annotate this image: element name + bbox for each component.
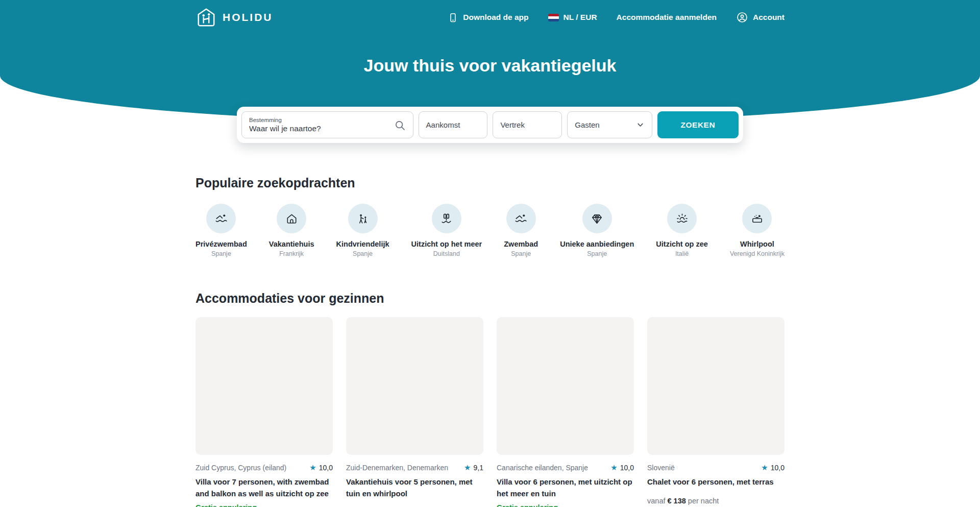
popular-item-sublabel: Spanje [211,250,231,257]
property-location: Zuid-Denemarken, Denemarken [346,464,448,472]
swimmer-icon [206,204,236,233]
account-label: Account [753,13,785,22]
popular-item-privezwembad[interactable]: Privézwembad Spanje [195,204,247,257]
netherlands-flag-icon [548,14,559,21]
location-row: Slovenië ★ 10,0 [647,463,785,472]
popular-item-sublabel: Italië [675,250,689,257]
popular-item-label: Zwembad [504,240,538,248]
popular-item-kindvriendelijk[interactable]: Kindvriendelijk Spanje [336,204,389,257]
list-property-label: Accommodatie aanmelden [617,13,717,22]
popular-item-label: Uitzicht op zee [656,240,708,248]
price-value: € 138 [668,497,686,505]
rating-badge: ★ 10,0 [761,463,785,472]
popular-item-sublabel: Duitsland [433,250,460,257]
popular-item-uitzicht-op-zee[interactable]: Uitzicht op zee Italië [656,204,708,257]
popular-item-vakantiehuis[interactable]: Vakantiehuis Frankrijk [269,204,314,257]
popular-searches-row: Privézwembad Spanje Vakantiehuis Frankri… [195,204,785,257]
property-photo-placeholder[interactable] [346,317,483,455]
star-icon: ★ [761,463,768,472]
property-location: Canarische eilanden, Spanje [497,464,588,472]
destination-field[interactable]: Bestemming [241,111,413,138]
header-nav: Download de app NL / EUR Accommodatie aa… [448,11,785,23]
popular-item-sublabel: Verenigd Koninkrijk [730,250,785,257]
diamond-icon [582,204,612,233]
account-button[interactable]: Account [736,11,785,23]
child-friendly-icon [348,204,378,233]
guests-selector[interactable]: Gasten [567,111,652,138]
destination-label: Bestemming [249,117,282,123]
page-title: Jouw thuis voor vakantiegeluk [0,56,980,76]
checkin-field[interactable]: Aankomst [419,111,488,138]
price-suffix: per nacht [688,497,719,505]
star-icon: ★ [464,463,471,472]
rating-badge: ★ 10,0 [309,463,333,472]
user-account-icon [736,11,748,23]
property-card[interactable]: Zuid Cyprus, Cyprus (eiland) ★ 10,0 Vill… [195,317,333,507]
family-section-title: Accommodaties voor gezinnen [195,291,785,306]
popular-item-label: Kindvriendelijk [336,240,389,248]
rating-value: 10,0 [620,464,634,472]
chevron-down-icon [636,120,645,129]
top-navigation-bar: HOLIDU Download de app NL / EUR Acco [195,0,785,28]
property-location: Zuid Cyprus, Cyprus (eiland) [195,464,286,472]
lake-view-icon [432,204,461,233]
phone-icon [448,12,458,23]
rating-badge: ★ 9,1 [464,463,483,472]
popular-item-label: Privézwembad [195,240,247,248]
price-row: vanaf € 138 per nacht [647,497,785,505]
popular-item-label: Unieke aanbiedingen [560,240,634,248]
download-app-label: Download de app [463,13,528,22]
location-row: Zuid-Denemarken, Denemarken ★ 9,1 [346,463,483,472]
holidu-logo[interactable]: HOLIDU [195,7,273,28]
popular-item-whirlpool[interactable]: Whirlpool Verenigd Koninkrijk [730,204,785,257]
locale-selector[interactable]: NL / EUR [548,13,597,22]
checkin-label: Aankomst [426,120,460,129]
popular-item-sublabel: Spanje [353,250,373,257]
property-card[interactable]: Zuid-Denemarken, Denemarken ★ 9,1 Vakant… [346,317,483,507]
rating-value: 9,1 [474,464,483,472]
house-icon [277,204,306,233]
popular-item-sublabel: Spanje [511,250,531,257]
guests-label: Gasten [575,120,599,129]
star-icon: ★ [610,463,617,472]
property-card[interactable]: Canarische eilanden, Spanje ★ 10,0 Villa… [497,317,634,507]
destination-input[interactable] [249,124,387,133]
checkout-label: Vertrek [500,120,525,129]
download-app-link[interactable]: Download de app [448,12,528,23]
free-cancellation-badge: Gratis annulering [497,503,634,507]
property-title: Chalet voor 6 personen, met terras [647,476,785,488]
search-bar: Bestemming Aankomst Vertrek Gasten ZOEK [237,107,743,143]
popular-item-unieke-aanbiedingen[interactable]: Unieke aanbiedingen Spanje [560,204,634,257]
property-photo-placeholder[interactable] [195,317,333,455]
popular-item-sublabel: Spanje [587,250,607,257]
locale-label: NL / EUR [564,13,597,22]
list-property-link[interactable]: Accommodatie aanmelden [617,13,717,22]
popular-item-zwembad[interactable]: Zwembad Spanje [504,204,538,257]
search-submit-button[interactable]: ZOEKEN [657,111,739,138]
holidu-house-icon [195,7,217,28]
property-card[interactable]: Slovenië ★ 10,0 Chalet voor 6 personen, … [647,317,785,507]
popular-item-uitzicht-op-het-meer[interactable]: Uitzicht op het meer Duitsland [411,204,482,257]
property-location: Slovenië [647,464,675,472]
star-icon: ★ [309,463,316,472]
brand-name: HOLIDU [223,11,273,23]
property-photo-placeholder[interactable] [497,317,634,455]
hot-tub-icon [742,204,772,233]
property-cards-row: Zuid Cyprus, Cyprus (eiland) ★ 10,0 Vill… [195,317,785,507]
sea-view-icon [667,204,697,233]
property-photo-placeholder[interactable] [647,317,785,455]
search-icon [394,119,406,132]
checkout-field[interactable]: Vertrek [493,111,562,138]
rating-value: 10,0 [319,464,333,472]
rating-badge: ★ 10,0 [610,463,634,472]
price-prefix: vanaf [647,497,665,505]
location-row: Canarische eilanden, Spanje ★ 10,0 [497,463,634,472]
popular-item-label: Uitzicht op het meer [411,240,482,248]
main-content: Populaire zoekopdrachten Privézwembad Sp… [195,123,785,507]
property-title: Villa voor 6 personen, met uitzicht op h… [497,476,634,499]
popular-item-label: Vakantiehuis [269,240,314,248]
property-title: Vakantiehuis voor 5 personen, met tuin e… [346,476,483,499]
hero-header: HOLIDU Download de app NL / EUR Acco [0,0,980,123]
location-row: Zuid Cyprus, Cyprus (eiland) ★ 10,0 [195,463,333,472]
property-title: Villa voor 7 personen, with zwembad and … [195,476,333,499]
